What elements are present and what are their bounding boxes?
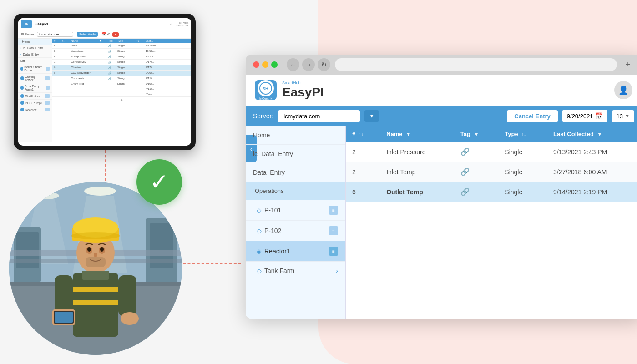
address-bar[interactable] — [335, 58, 617, 71]
tablet-entry-mode[interactable]: Entry Mode — [77, 32, 98, 37]
tablet-sidebar-pcc[interactable]: PCC Pump1 — [18, 100, 52, 106]
minimize-button[interactable] — [262, 61, 268, 68]
sidebar-item-operations[interactable]: Operations — [246, 182, 345, 200]
back-button[interactable]: ← — [287, 58, 299, 71]
tablet-content: #↑↓Name▼TagType↑↓Last... 1Level🔗Single9/… — [52, 39, 191, 142]
sidebar-item-home[interactable]: Home — [246, 126, 345, 145]
name-filter-icon[interactable]: ▼ — [406, 131, 411, 137]
sidebar-item-p101[interactable]: ◇ P-101 ≡ — [246, 200, 345, 221]
tablet-sidebar-home[interactable]: ‹ Home — [18, 39, 52, 45]
success-indicator: ✓ — [136, 159, 182, 205]
tablet-server-input[interactable]: icmydata.com — [37, 32, 73, 37]
cancel-entry-button[interactable]: Cancel Entry — [507, 110, 557, 122]
server-dropdown-arrow[interactable]: ▼ — [364, 110, 379, 122]
svg-text:SH: SH — [263, 86, 268, 91]
tablet-logo: SH — [21, 20, 32, 28]
sidebar-item-p102[interactable]: ◇ P-102 ≡ — [246, 221, 345, 241]
sidebar-item-data-entry[interactable]: Data_Entry — [246, 163, 345, 182]
tablet-user: Bill Villa03/02/2021 — [175, 21, 188, 27]
tablet-cancel-btn[interactable]: ✕ — [112, 32, 119, 37]
tablet-sidebar-reactor1[interactable]: Reactor1 — [18, 106, 52, 113]
tank-farm-chevron-icon: › — [336, 267, 338, 274]
col-tag[interactable]: Tag ▼ — [454, 126, 499, 142]
svg-point-3 — [84, 187, 116, 196]
tablet-row-10: 4/3/... — [52, 91, 191, 96]
time-value: 13 — [617, 113, 623, 120]
col-type: Type ↑↓ — [498, 126, 547, 142]
calendar-icon: 📅 — [595, 112, 603, 120]
maximize-button[interactable] — [271, 61, 278, 68]
data-table: # ↑↓ Name ▼ Tag ▼ Type ↑↓ — [346, 126, 637, 202]
sidebar-ic-data-label: ic_Data_Entry — [253, 150, 293, 157]
tag-link-icon: 🔗 — [460, 188, 470, 196]
tablet-app-title: EasyPI — [35, 22, 167, 26]
tablet-row-1: 1Level🔗Single9/12/2021... — [52, 43, 191, 49]
new-tab-button[interactable]: + — [622, 58, 634, 71]
date-field[interactable]: 9/20/2021 📅 — [562, 110, 607, 122]
app-sidebar: ‹ Home ic_Data_Entry Data_Entry Operatio… — [246, 126, 346, 318]
svg-rect-17 — [73, 300, 118, 305]
server-dropdown[interactable]: icmydata.com — [278, 110, 360, 122]
tablet-sidebar-distill[interactable]: Distillation — [18, 93, 52, 100]
svg-rect-36 — [82, 271, 109, 280]
sidebar-p102-doc-icon: ≡ — [329, 226, 338, 235]
sidebar-tank-farm-label: Tank Farm — [264, 267, 294, 274]
browser-window: ← → ↻ + SH InCentrik — [246, 55, 637, 318]
check-icon: ✓ — [150, 171, 169, 193]
tablet-scroll-indicator: ∧ — [52, 96, 191, 104]
tablet-row-3: 2Phosphates🔗String10/15/... — [52, 54, 191, 60]
tablet-home-icon: ⌂ — [170, 22, 172, 26]
app-title: EasyPI — [282, 85, 324, 100]
app-main: ‹ Home ic_Data_Entry Data_Entry Operatio… — [246, 126, 637, 318]
row3-name: Outlet Temp — [380, 182, 454, 202]
p101-expand-icon: ◇ — [257, 207, 262, 214]
svg-point-35 — [71, 232, 120, 239]
tablet-sidebar-dataform[interactable]: Data Entry Form1 — [18, 83, 52, 93]
row1-tag: 🔗 — [454, 142, 499, 162]
tablet-server-label: PI Server: — [21, 33, 35, 36]
col-last-collected[interactable]: Last Collected ▼ — [547, 126, 637, 142]
sidebar-p102-label: P-102 — [264, 227, 281, 234]
date-value: 9/20/2021 — [567, 113, 593, 120]
tablet-sidebar-lift[interactable]: Lift — [18, 58, 52, 64]
sidebar-item-tank-farm[interactable]: ◇ Tank Farm › — [246, 262, 345, 280]
close-button[interactable] — [253, 61, 259, 68]
app-toolbar: Server: icmydata.com ▼ Cancel Entry 9/20… — [246, 106, 637, 126]
sidebar-item-reactor1[interactable]: ◈ Reactor1 ≡ — [246, 241, 345, 262]
forward-button[interactable]: → — [302, 58, 315, 71]
row1-last-collected: 9/13/2021 2:43 PM — [547, 142, 637, 162]
app-logo-text: SmartHub EasyPI — [282, 81, 324, 100]
tablet-sidebar-ic-data[interactable]: ‹ ic_Data_Entry — [18, 45, 52, 51]
tag-filter-icon[interactable]: ▼ — [474, 131, 479, 137]
svg-point-30 — [94, 253, 97, 257]
row1-num: 2 — [346, 142, 380, 162]
table-header-row: # ↑↓ Name ▼ Tag ▼ Type ↑↓ — [346, 126, 637, 142]
tablet-body: ‹ Home ‹ ic_Data_Entry ‹ Data_Entry Lift… — [18, 39, 191, 142]
col-name[interactable]: Name ▼ — [380, 126, 454, 142]
row3-num: 6 — [346, 182, 380, 202]
row2-type: Single — [498, 162, 547, 182]
sidebar-p101-label: P-101 — [264, 207, 281, 214]
browser-navigation: ← → ↻ — [287, 58, 330, 71]
reactor1-expand-icon: ◈ — [257, 248, 262, 255]
tablet-row-8: Enum TestEnum7/10/... — [52, 81, 191, 86]
sidebar-item-ic-data-entry[interactable]: ic_Data_Entry — [246, 145, 345, 163]
row2-name: Inlet Temp — [380, 162, 454, 182]
svg-point-23 — [121, 312, 139, 325]
svg-rect-19 — [118, 275, 136, 316]
tank-farm-expand-icon: ◇ — [257, 267, 262, 274]
tablet-sidebar-cooling[interactable]: Cooling Tower — [18, 74, 52, 83]
row1-name: Inlet Pressure — [380, 142, 454, 162]
refresh-button[interactable]: ↻ — [318, 58, 330, 71]
time-dropdown[interactable]: 13 ▼ — [612, 110, 634, 122]
tablet-sidebar-boiler[interactable]: Boiler Steam Drum — [18, 64, 52, 74]
header-right: 👤 — [614, 81, 632, 99]
svg-rect-31 — [86, 257, 106, 267]
svg-point-29 — [100, 247, 104, 252]
last-collected-filter-icon[interactable]: ▼ — [597, 131, 602, 137]
tablet-sidebar-data-entry[interactable]: ‹ Data_Entry — [18, 51, 52, 58]
svg-rect-16 — [73, 287, 118, 292]
table-row: 2 Inlet Pressure 🔗 Single 9/13/2021 2:43… — [346, 142, 637, 162]
sidebar-operations-label: Operations — [255, 187, 284, 194]
window-controls — [253, 61, 278, 68]
